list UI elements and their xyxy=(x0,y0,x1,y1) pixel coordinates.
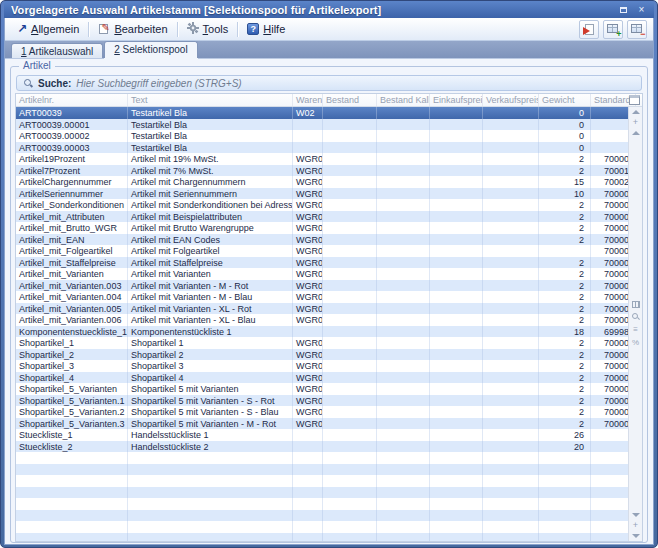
cell-bestand-kalk xyxy=(377,521,430,533)
cell-warengruppe xyxy=(293,521,323,533)
table-row[interactable]: Stueckliste_2Handelsstückliste 220 xyxy=(16,441,628,453)
column-chooser-button[interactable] xyxy=(627,94,642,106)
column-header-einkaufspreis[interactable]: Einkaufspreis xyxy=(430,94,483,106)
cell-artikelnr: ART00039.00002 xyxy=(16,130,128,142)
maximize-button[interactable] xyxy=(616,3,631,16)
table-row[interactable]: Shopartikel_5_Varianten.2Shopartikel 5 m… xyxy=(16,406,628,418)
scroll-down-icon[interactable] xyxy=(632,513,640,517)
search-bar[interactable]: Suche: xyxy=(16,75,642,91)
cell-warengruppe: WGR02 xyxy=(293,165,323,177)
table-row[interactable]: Shopartikel_4Shopartikel 4WGR01270000 xyxy=(16,372,628,384)
cell-artikelnr: Shopartikel_5_Varianten xyxy=(16,383,128,395)
menu-bearbeiten[interactable]: ✎ Bearbeiten xyxy=(92,21,173,37)
cell-verkaufspreis xyxy=(483,142,539,154)
column-header-bestand-kalk[interactable]: Bestand Kalk. xyxy=(377,94,430,106)
close-button[interactable]: × xyxy=(634,3,649,16)
table-row[interactable]: Shopartikel_5_Varianten.3Shopartikel 5 m… xyxy=(16,418,628,430)
table-row[interactable]: Shopartikel_2Shopartikel 2WGR01270000 xyxy=(16,349,628,361)
table-row[interactable]: ART00039.00001Testartikel Bla0 xyxy=(16,119,628,131)
column-header-text[interactable]: Text xyxy=(128,94,293,106)
scroll-up-icon[interactable] xyxy=(632,131,640,135)
cell-bestand-kalk xyxy=(377,257,430,269)
search-input[interactable] xyxy=(76,78,635,89)
table-row[interactable]: Artikel7ProzentArtikel mit 7% MwSt.WGR02… xyxy=(16,165,628,177)
grid-percent-icon[interactable]: % xyxy=(632,339,639,347)
table-row[interactable]: Shopartikel_3Shopartikel 3WGR01270000 xyxy=(16,360,628,372)
cell-verkaufspreis xyxy=(483,211,539,223)
cell-bestand-kalk xyxy=(377,487,430,499)
table-row[interactable]: Artikel_mit_StaffelpreiseArtikel mit Sta… xyxy=(16,257,628,269)
cell-bestand xyxy=(323,521,377,533)
cell-einkaufspreis xyxy=(430,222,483,234)
column-header-gewicht[interactable]: Gewicht xyxy=(539,94,591,106)
table-row[interactable]: ART00039.00002Testartikel Bla0 xyxy=(16,130,628,142)
export-close-button[interactable] xyxy=(579,20,599,39)
table-row[interactable]: ART00039Testartikel BlaW020 xyxy=(16,107,628,119)
toolbar-right: + − xyxy=(579,20,647,39)
cell-bestand xyxy=(323,337,377,349)
cell-gewicht: 10 xyxy=(539,188,591,200)
cell-artikelnr: Artikel_mit_Folgeartikel xyxy=(16,245,128,257)
cell-einkaufspreis xyxy=(430,176,483,188)
table-row[interactable]: Artikel_mit_Varianten.005Artikel mit Var… xyxy=(16,303,628,315)
remove-articles-button[interactable]: − xyxy=(627,20,647,39)
table-row[interactable]: Artikel_mit_Varianten.006Artikel mit Var… xyxy=(16,314,628,326)
empty-row xyxy=(16,452,628,464)
cell-bestand-kalk xyxy=(377,303,430,315)
table-row[interactable]: Artikel_SonderkonditionenArtikel mit Son… xyxy=(16,199,628,211)
table-row[interactable]: Shopartikel_5_VariantenShopartikel 5 mit… xyxy=(16,383,628,395)
column-header-verkaufspreis[interactable]: Verkaufspreis xyxy=(483,94,539,106)
table-row[interactable]: Shopartikel_5_Varianten.1Shopartikel 5 m… xyxy=(16,395,628,407)
tab-selektionspool[interactable]: 2 Selektionspool xyxy=(104,41,197,58)
table-row[interactable]: Artikel_mit_Brutto_WGRArtikel mit Brutto… xyxy=(16,222,628,234)
table-row[interactable]: Artikel_mit_Varianten.003Artikel mit Var… xyxy=(16,280,628,292)
add-articles-button[interactable]: + xyxy=(603,20,623,39)
table-row[interactable]: Artikel_mit_AttributenArtikel mit Beispi… xyxy=(16,211,628,223)
scroll-bottom-group: + xyxy=(632,513,640,538)
column-header-artikelnr[interactable]: Artikelnr. xyxy=(16,94,128,106)
cell-warengruppe xyxy=(293,130,323,142)
table-row[interactable]: ART00039.00003Testartikel Bla0 xyxy=(16,142,628,154)
grid-add-icon: + xyxy=(607,23,620,36)
menu-tools[interactable]: Tools xyxy=(181,20,235,38)
table-row[interactable]: ArtikelChargennummerArtikel mit Chargenn… xyxy=(16,176,628,188)
cell-einkaufspreis xyxy=(430,211,483,223)
table-row[interactable]: Artikel_mit_EANArtikel mit EAN CodesWGR0… xyxy=(16,234,628,246)
table-row[interactable]: Stueckliste_1Handelsstückliste 126 xyxy=(16,429,628,441)
table-row[interactable]: ArtikelSeriennummerArtikel mit Seriennum… xyxy=(16,188,628,200)
close-icon: × xyxy=(639,5,645,15)
table-row[interactable]: Artikel19ProzentArtikel mit 19% MwSt.WGR… xyxy=(16,153,628,165)
cell-standardlief: 70000 xyxy=(591,372,628,384)
table-row[interactable]: Artikel_mit_FolgeartikelArtikel mit Folg… xyxy=(16,245,628,257)
cell-verkaufspreis xyxy=(483,176,539,188)
table-row[interactable]: Shopartikel_1Shopartikel 1WGR01270000 xyxy=(16,337,628,349)
cell-text: Testartikel Bla xyxy=(128,119,293,131)
menu-allgemein[interactable]: ↗ Allgemein xyxy=(11,21,85,37)
scroll-drag-icon[interactable]: + xyxy=(633,119,638,126)
cell-einkaufspreis xyxy=(430,303,483,315)
grid-list-icon[interactable]: ≡ xyxy=(633,326,638,334)
scroll-drag-icon[interactable]: + xyxy=(633,522,638,529)
scroll-to-top-button[interactable] xyxy=(632,110,640,114)
cell-verkaufspreis xyxy=(483,188,539,200)
cell-einkaufspreis xyxy=(430,533,483,542)
cell-artikelnr: Shopartikel_1 xyxy=(16,337,128,349)
cell-bestand-kalk xyxy=(377,176,430,188)
scroll-to-bottom-button[interactable] xyxy=(632,534,640,538)
cell-bestand-kalk xyxy=(377,533,430,542)
cell-standardlief: 70000 xyxy=(591,234,628,246)
table-row[interactable]: Komponentenstueckliste_1Komponentenstück… xyxy=(16,326,628,338)
column-header-bestand[interactable]: Bestand xyxy=(323,94,377,106)
table-row[interactable]: Artikel_mit_Varianten.004Artikel mit Var… xyxy=(16,291,628,303)
table-row[interactable]: Artikel_mit_VariantenArtikel mit Variant… xyxy=(16,268,628,280)
column-header-warengruppe[interactable]: Wareng xyxy=(293,94,323,106)
menu-hilfe[interactable]: ? Hilfe xyxy=(241,21,291,37)
cell-standardlief xyxy=(591,487,628,499)
menu-label: Bearbeiten xyxy=(114,23,167,35)
grid-columns-icon[interactable] xyxy=(632,301,640,308)
grid-search-icon[interactable] xyxy=(632,313,640,321)
cell-bestand-kalk xyxy=(377,130,430,142)
cell-bestand-kalk xyxy=(377,188,430,200)
tab-artikelauswahl[interactable]: 1 Artikelauswahl xyxy=(11,43,103,58)
cell-bestand-kalk xyxy=(377,383,430,395)
